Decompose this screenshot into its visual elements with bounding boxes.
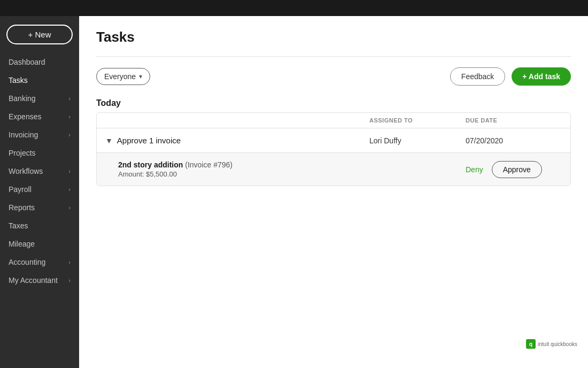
approve-button[interactable]: Approve (492, 161, 542, 178)
sidebar-item-label: Accounting (9, 258, 45, 266)
sidebar-item-payroll[interactable]: Payroll › (0, 180, 79, 198)
new-button[interactable]: + New (6, 25, 73, 44)
page-title: Tasks (96, 29, 571, 45)
invoice-number: (Invoice #796) (185, 160, 233, 169)
sidebar-item-label: Workflows (9, 167, 43, 175)
sidebar-item-accounting[interactable]: Accounting › (0, 253, 79, 271)
toolbar-right: Feedback + Add task (450, 67, 571, 86)
chevron-right-icon: › (68, 132, 71, 138)
qb-icon: q (526, 339, 536, 349)
sidebar-item-invoicing[interactable]: Invoicing › (0, 126, 79, 144)
deny-button[interactable]: Deny (466, 165, 483, 174)
sidebar-item-label: Mileage (9, 240, 35, 248)
task-due-date: 07/20/2020 (466, 136, 562, 145)
sidebar-item-label: Reports (9, 203, 35, 212)
invoice-title: 2nd story addition (Invoice #796) (118, 160, 233, 169)
top-bar (0, 0, 588, 16)
table-row: ▼ Approve 1 invoice Lori Duffy 07/20/202… (97, 128, 570, 152)
feedback-button[interactable]: Feedback (450, 67, 505, 86)
invoice-amount: Amount: $5,500.00 (118, 170, 233, 178)
sidebar-item-label: Expenses (9, 112, 41, 121)
sidebar-item-label: Dashboard (9, 58, 45, 66)
sidebar-item-label: Taxes (9, 221, 28, 230)
qb-logo-text: intuit quickbooks (538, 341, 577, 347)
everyone-label: Everyone (104, 72, 136, 81)
chevron-right-icon: › (68, 204, 71, 211)
sidebar-item-tasks[interactable]: Tasks (0, 71, 79, 89)
sidebar: + New Dashboard Tasks Banking › Expenses… (0, 16, 79, 368)
header-task (105, 117, 369, 124)
chevron-right-icon: › (68, 186, 71, 193)
expand-icon[interactable]: ▼ (105, 136, 113, 145)
everyone-filter-button[interactable]: Everyone ▾ (96, 68, 150, 85)
sidebar-item-label: Banking (9, 94, 36, 103)
sidebar-item-label: Tasks (9, 76, 28, 85)
toolbar: Everyone ▾ Feedback + Add task (96, 67, 571, 86)
chevron-right-icon: › (68, 95, 71, 102)
task-table: ASSIGNED TO DUE DATE ▼ Approve 1 invoice… (96, 112, 571, 186)
sidebar-item-label: My Accountant (9, 276, 58, 285)
task-group-label: Approve 1 invoice (117, 136, 181, 145)
add-task-label: + Add task (522, 72, 560, 81)
chevron-right-icon: › (68, 168, 71, 174)
sidebar-item-workflows[interactable]: Workflows › (0, 162, 79, 180)
quickbooks-logo: q intuit quickbooks (526, 339, 577, 349)
sidebar-item-banking[interactable]: Banking › (0, 89, 79, 108)
chevron-right-icon: › (68, 277, 71, 283)
invoice-name: 2nd story addition (118, 160, 183, 169)
add-task-button[interactable]: + Add task (512, 67, 571, 86)
sidebar-item-my-accountant[interactable]: My Accountant › (0, 271, 79, 289)
sidebar-item-expenses[interactable]: Expenses › (0, 108, 79, 126)
chevron-right-icon: › (68, 113, 71, 120)
chevron-down-icon: ▾ (139, 73, 142, 80)
sidebar-item-label: Payroll (9, 185, 32, 194)
task-group-name-cell: ▼ Approve 1 invoice (105, 136, 369, 145)
header-assigned-to: ASSIGNED TO (369, 117, 466, 124)
sidebar-item-label: Projects (9, 149, 36, 157)
sidebar-item-label: Invoicing (9, 131, 38, 139)
sidebar-item-dashboard[interactable]: Dashboard (0, 53, 79, 71)
task-assigned-to: Lori Duffy (369, 136, 466, 145)
sub-item-name-cell: 2nd story addition (Invoice #796) Amount… (105, 160, 369, 178)
sidebar-item-projects[interactable]: Projects (0, 144, 79, 162)
main-content: Tasks Everyone ▾ Feedback + Add task Tod… (79, 16, 588, 368)
chevron-right-icon: › (68, 259, 71, 265)
invoice-info: 2nd story addition (Invoice #796) Amount… (118, 160, 233, 178)
divider (96, 56, 571, 57)
table-header: ASSIGNED TO DUE DATE (97, 113, 570, 128)
table-row: 2nd story addition (Invoice #796) Amount… (97, 152, 570, 186)
sidebar-item-taxes[interactable]: Taxes (0, 217, 79, 235)
header-due-date: DUE DATE (466, 117, 562, 124)
today-section-title: Today (96, 98, 571, 108)
sub-item-actions: Deny Approve (466, 161, 562, 178)
sidebar-item-mileage[interactable]: Mileage (0, 235, 79, 253)
sidebar-item-reports[interactable]: Reports › (0, 198, 79, 217)
